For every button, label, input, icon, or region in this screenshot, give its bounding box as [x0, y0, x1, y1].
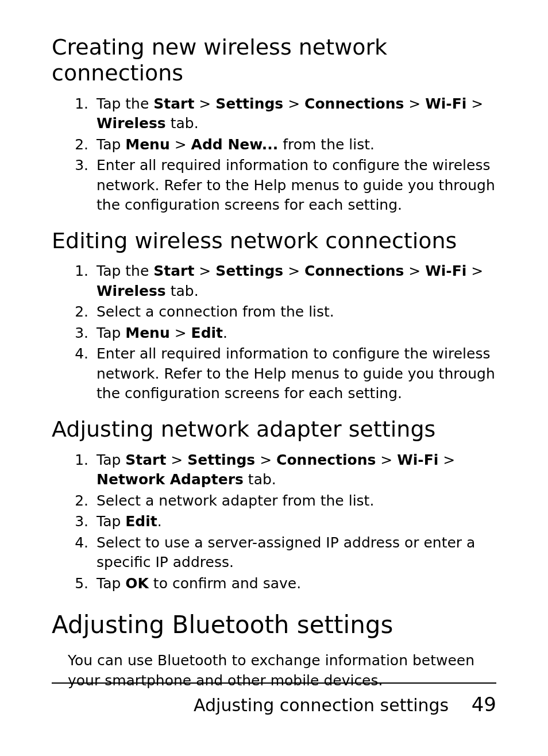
text: Tap the — [97, 263, 153, 279]
text: . — [223, 325, 227, 341]
bold-text: Connections — [276, 452, 376, 468]
bold-text: Settings — [187, 452, 255, 468]
ordered-list: Tap the Start > Settings > Connections >… — [52, 261, 496, 404]
text: Tap — [97, 136, 125, 153]
bold-text: Wireless — [97, 283, 166, 299]
text: > — [438, 452, 455, 468]
bold-text: Settings — [215, 95, 283, 112]
bold-text: Wi-Fi — [397, 452, 438, 468]
text: Select a network adapter from the list. — [97, 492, 374, 509]
section-heading: Adjusting Bluetooth settings — [52, 611, 496, 639]
bold-text: Wi-Fi — [425, 95, 466, 112]
bold-text: Start — [153, 263, 194, 279]
text: Select a connection from the list. — [97, 303, 334, 320]
ordered-list: Tap Start > Settings > Connections > Wi-… — [52, 450, 496, 594]
text: tab. — [166, 283, 199, 299]
text: Select to use a server-assigned IP addre… — [97, 534, 475, 571]
text: Enter all required information to config… — [97, 157, 495, 213]
page-footer: Adjusting connection settings 49 — [52, 682, 496, 716]
bold-text: Wireless — [97, 115, 166, 132]
text: > — [194, 263, 215, 279]
text: > — [376, 452, 397, 468]
text: > — [466, 95, 483, 112]
list-item: Tap Menu > Edit. — [93, 323, 496, 344]
text: > — [170, 136, 191, 153]
bold-text: Settings — [215, 263, 283, 279]
text: > — [283, 263, 304, 279]
text: > — [255, 452, 276, 468]
text: > — [404, 263, 425, 279]
bold-text: Connections — [304, 95, 404, 112]
text: . — [157, 513, 162, 530]
bold-text: Edit — [191, 325, 223, 341]
ordered-list: Tap the Start > Settings > Connections >… — [52, 94, 496, 215]
text: tab. — [244, 471, 276, 488]
text: Tap — [97, 452, 125, 468]
text: > — [466, 263, 483, 279]
text: from the list. — [278, 136, 375, 153]
bold-text: Add New... — [191, 136, 279, 153]
text: > — [283, 95, 304, 112]
list-item: Enter all required information to config… — [93, 344, 496, 404]
text: > — [166, 452, 187, 468]
list-item: Tap Menu > Add New... from the list. — [93, 135, 496, 155]
section-heading: Adjusting network adapter settings — [52, 416, 496, 442]
text: > — [170, 325, 191, 341]
list-item: Tap Edit. — [93, 512, 496, 532]
list-item: Tap the Start > Settings > Connections >… — [93, 261, 496, 301]
bold-text: Network Adapters — [97, 471, 244, 488]
text: Tap the — [97, 95, 153, 112]
bold-text: Menu — [125, 325, 169, 341]
section-heading: Editing wireless network connections — [52, 228, 496, 254]
text: Enter all required information to config… — [97, 345, 495, 402]
text: > — [404, 95, 425, 112]
text: tab. — [166, 115, 199, 132]
text: Tap — [97, 513, 125, 530]
list-item: Tap the Start > Settings > Connections >… — [93, 94, 496, 134]
bold-text: Start — [153, 95, 194, 112]
bold-text: Wi-Fi — [425, 263, 466, 279]
list-item: Select to use a server-assigned IP addre… — [93, 533, 496, 573]
text: > — [194, 95, 215, 112]
text: Tap — [97, 325, 125, 341]
section-heading: Creating new wireless network connection… — [52, 34, 496, 86]
page-content: Creating new wireless network connection… — [52, 34, 496, 691]
bold-text: Edit — [125, 513, 157, 530]
list-item: Enter all required information to config… — [93, 156, 496, 215]
footer-page-number: 49 — [472, 693, 496, 716]
list-item: Select a network adapter from the list. — [93, 491, 496, 511]
list-item: Tap OK to confirm and save. — [93, 574, 496, 594]
bold-text: Start — [125, 452, 166, 468]
list-item: Tap Start > Settings > Connections > Wi-… — [93, 450, 496, 490]
page: Creating new wireless network connection… — [0, 0, 548, 756]
bold-text: OK — [125, 575, 149, 592]
footer-title: Adjusting connection settings — [194, 695, 449, 715]
text: to confirm and save. — [149, 575, 301, 592]
text: Tap — [97, 575, 125, 592]
bold-text: Menu — [125, 136, 169, 153]
bold-text: Connections — [304, 263, 404, 279]
list-item: Select a connection from the list. — [93, 302, 496, 322]
